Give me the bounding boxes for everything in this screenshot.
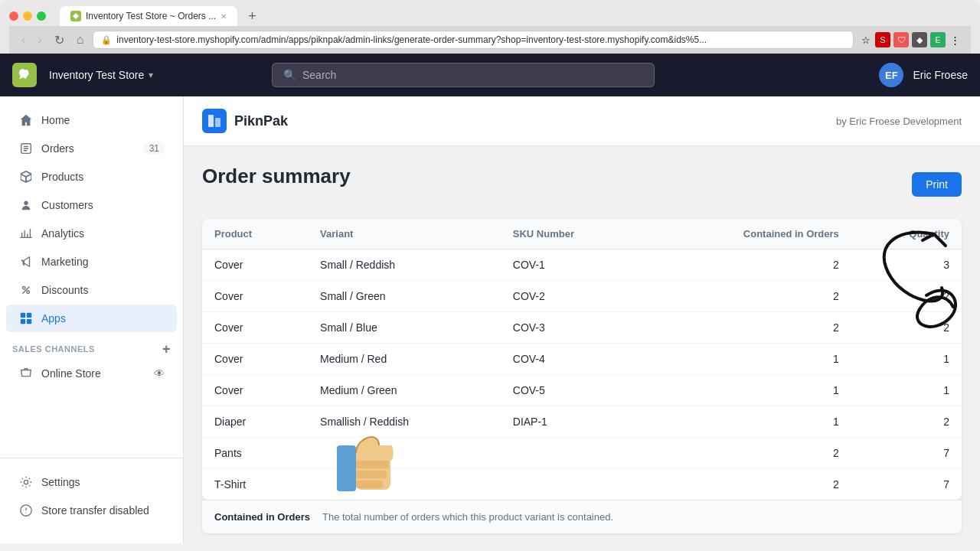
cell-variant: Small / Green — [308, 281, 501, 312]
settings-icon — [18, 474, 34, 490]
shopify-admin: Inventory Test Store ▾ 🔍 Search EF Eric … — [0, 54, 980, 543]
analytics-icon — [18, 226, 34, 241]
products-icon — [18, 169, 34, 184]
cell-sku — [501, 438, 647, 469]
page-title: Order summary — [202, 165, 351, 188]
cell-variant — [308, 438, 501, 469]
sidebar-item-orders[interactable]: Orders 31 — [6, 135, 177, 162]
search-icon: 🔍 — [283, 69, 296, 81]
app-name: PiknPak — [234, 113, 288, 129]
app-logo — [202, 109, 227, 133]
sidebar-item-analytics[interactable]: Analytics — [6, 220, 177, 247]
table-row: Cover Small / Blue COV-3 2 2 — [202, 312, 962, 344]
extension-icon-1[interactable]: S — [875, 32, 890, 47]
store-name[interactable]: Inventory Test Store ▾ — [49, 69, 153, 81]
minimize-window-button[interactable] — [23, 11, 32, 21]
shopify-logo — [12, 63, 37, 87]
cell-contained: 2 — [647, 249, 851, 281]
cell-variant: Smallish / Reddish — [308, 406, 501, 438]
sidebar-item-customers[interactable]: Customers — [6, 191, 177, 219]
user-avatar[interactable]: EF — [879, 63, 903, 87]
top-bar: Inventory Test Store ▾ 🔍 Search EF Eric … — [0, 54, 980, 96]
sidebar-item-home-label: Home — [41, 114, 70, 126]
add-sales-channel-button[interactable]: + — [162, 342, 171, 356]
col-product: Product — [202, 219, 308, 249]
sidebar-item-marketing-label: Marketing — [41, 256, 88, 268]
app-header: PiknPak by Eric Froese Development — [184, 96, 980, 146]
search-bar: 🔍 Search — [272, 63, 655, 87]
cell-sku — [501, 469, 647, 500]
cell-variant: Medium / Green — [308, 375, 501, 406]
sidebar-item-discounts[interactable]: Discounts — [6, 276, 177, 304]
browser-extensions: ☆ S 🛡 ◆ E ⋮ — [860, 32, 962, 47]
extension-icon-3[interactable]: ◆ — [912, 32, 927, 47]
cell-variant: Small / Reddish — [308, 249, 501, 281]
sidebar-item-products[interactable]: Products — [6, 163, 177, 191]
forward-button[interactable]: › — [34, 31, 44, 48]
sidebar-item-analytics-label: Analytics — [41, 227, 84, 240]
sidebar-bottom: Settings Store transfer disabled — [0, 458, 183, 534]
orders-icon — [18, 141, 34, 156]
address-bar[interactable]: 🔒 inventory-test-store.myshopify.com/adm… — [93, 31, 854, 49]
cell-contained: 2 — [647, 281, 851, 312]
sidebar-item-online-store[interactable]: Online Store 👁 — [6, 360, 177, 387]
footer-description: The total number of orders which this pr… — [322, 511, 613, 523]
cell-contained: 2 — [647, 469, 851, 500]
svg-point-1 — [24, 201, 28, 205]
sales-channels-label: SALES CHANNELS — [12, 344, 95, 354]
menu-button[interactable]: ⋮ — [949, 33, 962, 47]
apps-icon — [18, 311, 34, 326]
cell-quantity: 2 — [851, 312, 962, 344]
extension-icon-2[interactable]: 🛡 — [893, 32, 909, 47]
sidebar-item-customers-label: Customers — [41, 199, 93, 211]
new-tab-button[interactable]: + — [243, 7, 261, 26]
cell-sku: COV-1 — [501, 249, 647, 281]
back-button[interactable]: ‹ — [18, 31, 28, 48]
cell-quantity: 1 — [851, 344, 962, 375]
sidebar-item-orders-label: Orders — [41, 142, 74, 155]
tab-close-button[interactable]: ✕ — [220, 12, 227, 21]
sidebar-item-store-transfer[interactable]: Store transfer disabled — [6, 497, 177, 524]
table-row: Cover Medium / Red COV-4 1 1 — [202, 344, 962, 375]
browser-chrome: Inventory Test Store ~ Orders ... ✕ + ‹ … — [0, 0, 980, 54]
admin-body: Home Orders 31 Products — [0, 96, 980, 543]
svg-line-4 — [23, 287, 30, 294]
order-table: Product Variant SKU Number Contained in … — [202, 219, 962, 500]
svg-rect-8 — [27, 319, 31, 324]
cell-variant: Medium / Red — [308, 344, 501, 375]
online-store-icon — [18, 366, 34, 381]
sidebar-item-settings[interactable]: Settings — [6, 468, 177, 496]
store-transfer-icon — [18, 503, 34, 518]
tab-title: Inventory Test Store ~ Orders ... — [86, 11, 216, 21]
col-quantity: Quantity — [851, 219, 962, 249]
cell-contained: 1 — [647, 344, 851, 375]
table-row: Diaper Smallish / Reddish DIAP-1 1 2 — [202, 406, 962, 438]
sidebar-item-apps[interactable]: Apps — [6, 305, 177, 332]
sidebar-item-marketing[interactable]: Marketing — [6, 248, 177, 276]
cell-product: T-Shirt — [202, 469, 308, 500]
extension-icon-4[interactable]: E — [930, 32, 946, 47]
close-window-button[interactable] — [9, 11, 18, 21]
online-store-visibility-icon[interactable]: 👁 — [154, 367, 165, 380]
cell-quantity: 1 — [851, 375, 962, 406]
cell-sku: COV-4 — [501, 344, 647, 375]
cell-sku: COV-3 — [501, 312, 647, 344]
app-logo-area: PiknPak — [202, 109, 288, 133]
cell-product: Cover — [202, 249, 308, 281]
cell-sku: DIAP-1 — [501, 406, 647, 438]
search-input[interactable]: 🔍 Search — [272, 63, 655, 87]
maximize-window-button[interactable] — [37, 11, 46, 21]
table-header-row: Product Variant SKU Number Contained in … — [202, 219, 962, 249]
print-button[interactable]: Print — [912, 172, 962, 197]
active-browser-tab[interactable]: Inventory Test Store ~ Orders ... ✕ — [60, 6, 237, 26]
home-icon — [18, 112, 34, 128]
cell-quantity: 7 — [851, 469, 962, 500]
cell-sku: COV-2 — [501, 281, 647, 312]
reload-button[interactable]: ↻ — [51, 31, 67, 49]
sidebar-item-home[interactable]: Home — [6, 106, 177, 134]
svg-rect-6 — [27, 313, 31, 318]
home-button[interactable]: ⌂ — [74, 31, 87, 48]
bookmark-button[interactable]: ☆ — [860, 33, 872, 47]
app-credit: by Eric Froese Development — [836, 116, 962, 127]
cell-product: Cover — [202, 281, 308, 312]
